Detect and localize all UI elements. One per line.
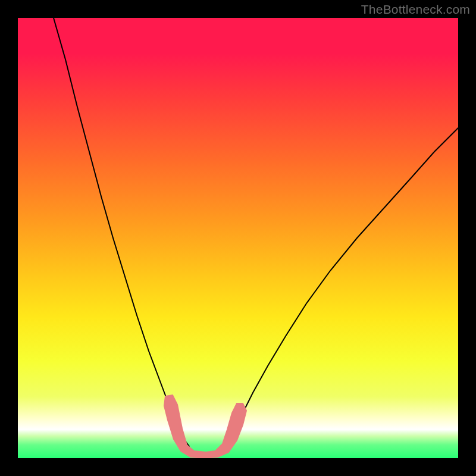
floor-shape [164, 395, 246, 458]
curve-layer [18, 18, 458, 458]
chart-frame: TheBottleneck.com [0, 0, 476, 476]
left-curve [54, 18, 189, 446]
watermark-text: TheBottleneck.com [361, 2, 470, 17]
plot-area [18, 18, 458, 458]
right-curve [226, 128, 458, 446]
